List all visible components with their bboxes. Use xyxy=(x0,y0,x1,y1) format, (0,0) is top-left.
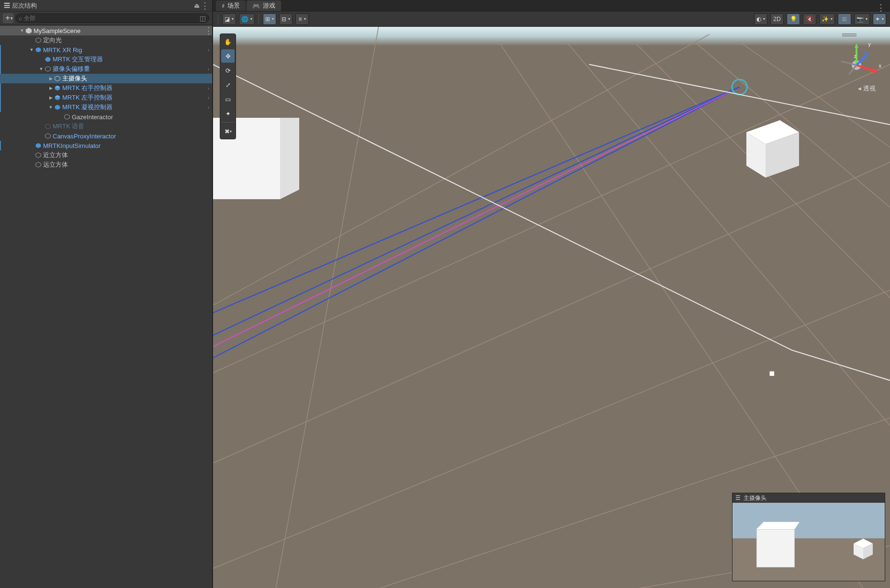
global-button[interactable]: 🌐▾ xyxy=(239,13,255,25)
camera-preview-window[interactable]: ☰ 主摄像头 xyxy=(732,493,885,581)
chevron-right-icon[interactable]: › xyxy=(208,67,209,72)
move-tool[interactable]: ✥ xyxy=(221,49,235,63)
svg-marker-51 xyxy=(864,51,869,56)
hand-tool[interactable]: ✋ xyxy=(221,35,235,48)
svg-rect-38 xyxy=(770,372,774,376)
svg-marker-10 xyxy=(55,105,60,110)
preview-title: 主摄像头 xyxy=(744,494,766,502)
item-label: MRTK 语音 xyxy=(53,122,84,131)
svg-marker-1 xyxy=(36,38,41,43)
item-label: 摄像头偏移量 xyxy=(53,65,90,73)
prefab-icon xyxy=(34,142,42,149)
audio-toggle[interactable]: 🔇 xyxy=(803,13,816,25)
chevron-right-icon[interactable]: › xyxy=(208,95,209,101)
pivot-button[interactable]: ◪▾ xyxy=(222,13,236,25)
hierarchy-item[interactable]: GazeInteractor xyxy=(0,112,212,122)
kebab-menu-icon[interactable]: ⋮ xyxy=(201,2,208,9)
visibility-toggle[interactable]: 👁̸ xyxy=(838,13,851,25)
hierarchy-item[interactable]: 近立方体 xyxy=(0,150,212,160)
snap-settings-button[interactable]: ≡▾ xyxy=(295,13,309,25)
svg-marker-13 xyxy=(45,134,51,139)
item-label: 远立方体 xyxy=(43,160,68,169)
hierarchy-item[interactable]: ▼ MRTK XR Rig › xyxy=(0,45,212,55)
lighting-toggle[interactable]: 💡 xyxy=(787,13,800,25)
chevron-right-icon[interactable]: › xyxy=(208,47,209,53)
gizmo-z-label: z xyxy=(854,53,857,59)
far-cube-mesh xyxy=(742,118,804,180)
search-input[interactable] xyxy=(24,15,200,22)
chevron-right-icon[interactable]: › xyxy=(208,86,209,91)
scene-row[interactable]: ▼ MySampleScene ⋮ xyxy=(0,26,212,35)
custom-tools[interactable]: ✖▾ xyxy=(221,124,235,138)
item-label: MRTK XR Rig xyxy=(43,46,82,54)
svg-marker-47 xyxy=(855,43,858,48)
hierarchy-item[interactable]: CanvasProxyInteractor xyxy=(0,131,212,141)
hierarchy-item-selected[interactable]: ▶ 主摄像头 xyxy=(0,74,212,83)
chevron-right-icon[interactable]: › xyxy=(208,105,209,110)
cube-icon xyxy=(44,65,52,73)
scene-icon: ♯ xyxy=(222,2,225,10)
transform-tool[interactable]: ✦ xyxy=(221,107,235,120)
prefab-icon xyxy=(34,46,42,54)
hierarchy-item[interactable]: MRTKInputSimulator xyxy=(0,141,212,150)
scene-panel: ♯ 场景 🎮 游戏 ⋮ ◪▾ 🌐▾ ⊞▾ ⊟▾ ≡▾ ◐▾ 2D 💡 🔇 ✨▾ … xyxy=(213,0,890,588)
hierarchy-item[interactable]: ▶ MRTK 左手控制器 › xyxy=(0,93,212,102)
search-filter-icon[interactable]: ◫ xyxy=(200,14,206,22)
hierarchy-item[interactable]: ▼ 摄像头偏移量 › xyxy=(0,64,212,74)
grid-snap-button[interactable]: ⊞▾ xyxy=(263,13,276,25)
tab-scene[interactable]: ♯ 场景 xyxy=(216,0,246,11)
hierarchy-item[interactable]: ▶ MRTK 右手控制器 › xyxy=(0,83,212,93)
hierarchy-item[interactable]: MRTK 交互管理器 xyxy=(0,55,212,64)
tab-label: 游戏 xyxy=(263,1,275,10)
preview-near-cube-top xyxy=(756,522,800,536)
2d-toggle[interactable]: 2D xyxy=(770,13,784,25)
rect-tool[interactable]: ▭ xyxy=(221,92,235,106)
hierarchy-item[interactable]: 远立方体 xyxy=(0,160,212,170)
panel-menu-icon[interactable]: ⋮ xyxy=(877,4,885,11)
item-label: GazeInteractor xyxy=(72,113,113,121)
search-icon: ⌕ xyxy=(19,15,22,22)
svg-marker-0 xyxy=(26,28,32,34)
orientation-gizmo[interactable] xyxy=(833,41,880,89)
gizmos-button[interactable]: ✦▾ xyxy=(873,13,886,25)
preview-body xyxy=(732,503,885,581)
create-button[interactable]: ＋▾ xyxy=(3,13,13,23)
cube-icon xyxy=(54,75,61,82)
overlay-drag-handle[interactable] xyxy=(842,34,856,37)
preview-header[interactable]: ☰ 主摄像头 xyxy=(732,493,885,503)
fx-toggle[interactable]: ✨▾ xyxy=(819,13,835,25)
perspective-label[interactable]: ◂ 透视 xyxy=(858,84,876,93)
svg-marker-2 xyxy=(36,47,41,53)
scene-tab-bar: ♯ 场景 🎮 游戏 ⋮ xyxy=(213,0,890,11)
scale-tool[interactable]: ⤢ xyxy=(221,78,235,91)
snap-increment-button[interactable]: ⊟▾ xyxy=(279,13,293,25)
hierarchy-search[interactable]: ⌕ ◫ xyxy=(15,13,209,23)
lock-icon[interactable]: ⏏ xyxy=(193,2,201,9)
prefab-variant-icon xyxy=(54,84,61,92)
svg-marker-3 xyxy=(45,57,51,62)
svg-marker-11 xyxy=(65,114,70,120)
hierarchy-item[interactable]: ▼ MRTK 凝视控制器 › xyxy=(0,102,212,112)
cube-icon xyxy=(63,113,71,121)
hierarchy-item[interactable]: MRTK 语音 xyxy=(0,122,212,131)
scene-menu-icon[interactable]: ⋮ xyxy=(204,27,212,34)
tab-game[interactable]: 🎮 游戏 xyxy=(247,0,281,11)
gizmo-x-label: x xyxy=(879,63,882,68)
svg-marker-41 xyxy=(280,118,299,199)
game-icon: 🎮 xyxy=(252,2,260,10)
preview-far-cube xyxy=(851,536,875,560)
item-label: MRTKInputSimulator xyxy=(43,142,101,149)
svg-marker-54 xyxy=(756,522,800,529)
svg-line-50 xyxy=(856,56,866,65)
scene-toolbar: ◪▾ 🌐▾ ⊞▾ ⊟▾ ≡▾ ◐▾ 2D 💡 🔇 ✨▾ 👁̸ 📷▾ ✦▾ xyxy=(213,11,890,27)
camera-button[interactable]: 📷▾ xyxy=(854,13,870,25)
hierarchy-title: ☰ 层次结构 xyxy=(4,1,193,10)
rotate-tool[interactable]: ⟳ xyxy=(221,64,235,77)
svg-line-36 xyxy=(792,351,890,381)
scene-viewport[interactable]: ✋ ✥ ⟳ ⤢ ▭ ✦ ✖▾ y z xyxy=(213,27,890,588)
draw-mode-button[interactable]: ◐▾ xyxy=(754,13,767,25)
hierarchy-item[interactable]: 定向光 xyxy=(0,35,212,45)
svg-marker-49 xyxy=(873,68,878,74)
hierarchy-tree: ▼ MySampleScene ⋮ 定向光 ▼ MRTK XR Rig › xyxy=(0,25,212,588)
hierarchy-panel: ☰ 层次结构 ⏏ ⋮ ＋▾ ⌕ ◫ ▼ MySampleScene ⋮ xyxy=(0,0,213,588)
